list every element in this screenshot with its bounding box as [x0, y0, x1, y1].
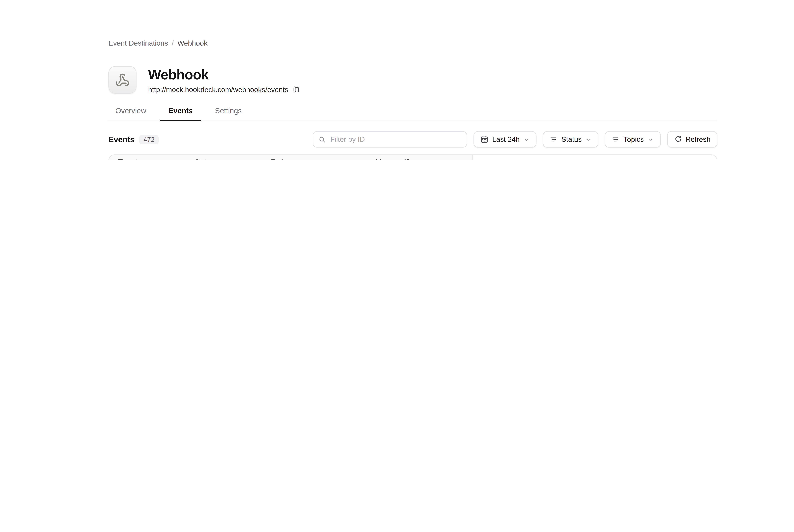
- copy-icon: [292, 86, 300, 93]
- table-header-row: Timestamp Status Topic Message ID: [109, 155, 472, 160]
- webhook-icon-card: [109, 66, 136, 94]
- breadcrumb-event-destinations[interactable]: Event Destinations: [109, 39, 168, 47]
- chevron-down-icon: [524, 136, 530, 142]
- filter-lines-icon: [612, 135, 620, 144]
- filter-by-id-box: [313, 131, 467, 148]
- events-toolbar: Events 472 Last 24h Status: [109, 131, 717, 148]
- page-title: Webhook: [148, 66, 300, 82]
- page-header: Webhook http://mock.hookdeck.com/webhook…: [109, 66, 717, 94]
- chevron-down-icon: [647, 136, 654, 142]
- app-window: Event Destinations / Webhook Webhook htt…: [0, 0, 794, 160]
- calendar-icon: [480, 135, 489, 144]
- breadcrumb: Event Destinations / Webhook: [109, 39, 717, 47]
- webhook-icon: [115, 73, 130, 87]
- breadcrumb-current: Webhook: [177, 39, 207, 47]
- events-section-title: Events: [109, 135, 134, 144]
- column-header-status: Status: [195, 158, 271, 160]
- filter-by-id-input[interactable]: [330, 135, 461, 144]
- column-header-topic: Topic: [271, 158, 376, 160]
- event-detail-panel: Event Attempts 3 Successful: [472, 155, 717, 160]
- column-header-message-id: Message ID: [376, 158, 472, 160]
- nav-tabs: Overview Events Settings: [107, 106, 717, 121]
- search-icon: [319, 136, 326, 143]
- detail-panel-header: Event Attempts 3 Successful: [473, 155, 717, 160]
- refresh-icon: [674, 135, 682, 144]
- webhook-url: http://mock.hookdeck.com/webhooks/events: [148, 86, 288, 93]
- column-header-timestamp: Timestamp: [118, 158, 195, 160]
- time-range-button[interactable]: Last 24h: [474, 131, 536, 148]
- breadcrumb-separator: /: [172, 39, 174, 47]
- tab-overview[interactable]: Overview: [107, 106, 155, 120]
- topics-filter-button[interactable]: Topics: [605, 131, 661, 148]
- tab-events[interactable]: Events: [160, 106, 201, 120]
- refresh-button[interactable]: Refresh: [667, 131, 717, 148]
- status-filter-button[interactable]: Status: [543, 131, 599, 148]
- copy-url-button[interactable]: [292, 86, 300, 93]
- chevron-down-icon: [585, 136, 592, 142]
- tab-settings[interactable]: Settings: [206, 106, 250, 120]
- events-card: Timestamp Status Topic Message ID NOV 18…: [109, 154, 717, 160]
- events-count-badge: 472: [139, 135, 159, 144]
- filter-lines-icon: [550, 135, 558, 144]
- events-table: Timestamp Status Topic Message ID NOV 18…: [109, 155, 472, 160]
